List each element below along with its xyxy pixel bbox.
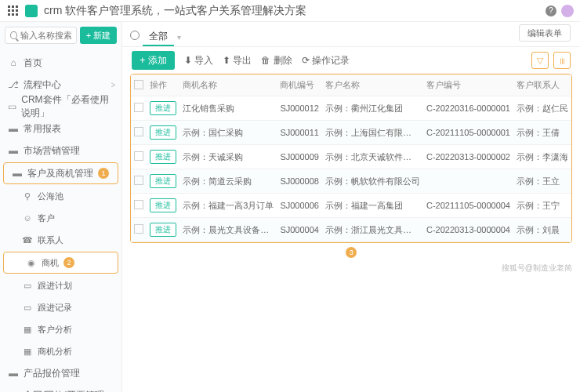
nav-label: 常用报表 xyxy=(24,122,61,136)
checkbox[interactable] xyxy=(134,176,143,185)
checkbox[interactable] xyxy=(134,151,143,161)
cell-ccode: C-20220313-0000002 xyxy=(423,145,513,169)
cell-name: 示例：晨光文具设备… xyxy=(179,218,277,242)
nav-label: 客户分析 xyxy=(38,324,72,336)
column-icon[interactable]: ⫼ xyxy=(553,52,571,69)
cell-ccode: C-20211105-0000004 xyxy=(423,194,513,218)
nav-icon: ▦ xyxy=(22,346,33,357)
nav-item[interactable]: ◉商机2 xyxy=(3,252,118,274)
cell-cust: 示例：帆软软件有限公司 xyxy=(322,169,423,194)
nav-item[interactable]: ▦商机分析 xyxy=(0,340,121,362)
nav-icon: ▬ xyxy=(8,145,19,156)
nav-label: 商机 xyxy=(42,257,59,269)
table-row[interactable]: 推进示例：简道云采购SJ000008示例：帆软软件有限公司示例：王立 xyxy=(131,169,571,194)
cell-contact: 示例：王倩 xyxy=(513,121,571,145)
column-header: 客户联系人 xyxy=(513,74,571,96)
checkbox[interactable] xyxy=(134,127,143,136)
nav-item[interactable]: ▭跟进计划 xyxy=(0,274,121,296)
table-row[interactable]: 推进示例：晨光文具设备…SJ000004示例：浙江晨光文具…C-20220313… xyxy=(131,218,571,242)
add-button[interactable]: + 添加 xyxy=(132,51,174,70)
cell-contact: 示例：赵仁民 xyxy=(513,96,571,121)
cell-name: 示例：福建一高3月订单 xyxy=(179,194,277,218)
nav-icon: ▬ xyxy=(8,368,19,379)
chevron-right-icon: > xyxy=(111,81,115,89)
cell-code: SJ000011 xyxy=(277,121,322,145)
nav-item[interactable]: ⎇流程中心> xyxy=(0,74,121,96)
cell-code: SJ000012 xyxy=(277,96,322,121)
cell-contact: 示例：王立 xyxy=(513,169,571,194)
nav-item[interactable]: ▬常用报表 xyxy=(0,118,121,140)
checkbox[interactable] xyxy=(134,103,143,112)
annotation-badge: 2 xyxy=(63,257,74,268)
nav-icon: ◉ xyxy=(26,257,37,268)
nav-item[interactable]: ▬客户及商机管理1 xyxy=(3,162,118,184)
nav-label: 联系人 xyxy=(38,234,63,246)
globe-icon xyxy=(130,31,140,40)
nav-item[interactable]: ⚲公海池 xyxy=(0,185,121,207)
user-avatar[interactable] xyxy=(561,5,574,17)
nav-icon: ▭ xyxy=(8,101,16,112)
import-button[interactable]: ⬇ 导入 xyxy=(184,54,213,67)
promote-button[interactable]: 推进 xyxy=(150,101,176,115)
apps-grid-icon[interactable] xyxy=(8,5,19,16)
promote-button[interactable]: 推进 xyxy=(150,174,176,188)
promote-button[interactable]: 推进 xyxy=(150,223,176,237)
cell-ccode: C-20220316-0000001 xyxy=(423,96,513,121)
cell-code: SJ000004 xyxy=(277,218,322,242)
promote-button[interactable]: 推进 xyxy=(150,198,176,212)
chevron-down-icon[interactable]: ▾ xyxy=(177,33,181,42)
table-row[interactable]: 推进示例：天诚采购SJ000009示例：北京天诚软件…C-20220313-00… xyxy=(131,145,571,169)
data-table: 操作商机名称商机编号客户名称客户编号客户联系人 推进江化销售采购SJ000012… xyxy=(130,74,572,243)
nav-icon: ⌂ xyxy=(8,57,19,68)
search-input[interactable] xyxy=(20,31,71,40)
table-row[interactable]: 推进江化销售采购SJ000012示例：衢州江化集团C-20220316-0000… xyxy=(131,96,571,121)
main-content: 全部 ▾ 编辑表单 + 添加 ⬇ 导入 ⬆ 导出 🗑 删除 ⟳ 操作记录 ▽ ⫼… xyxy=(122,22,580,392)
table-row[interactable]: 推进示例：国仁采购SJ000011示例：上海国仁有限…C-20211105-00… xyxy=(131,121,571,145)
cell-name: 示例：简道云采购 xyxy=(179,169,277,194)
nav-icon: ⚲ xyxy=(22,191,33,201)
table-row[interactable]: 推进示例：福建一高3月订单SJ000006示例：福建一高集团C-20211105… xyxy=(131,194,571,218)
sidebar-search[interactable] xyxy=(5,27,77,44)
cell-cust: 示例：浙江晨光文具… xyxy=(322,218,423,242)
promote-button[interactable]: 推进 xyxy=(150,125,176,140)
nav-icon: ☎ xyxy=(22,234,33,245)
checkbox[interactable] xyxy=(134,200,143,209)
log-button[interactable]: ⟳ 操作记录 xyxy=(302,54,350,67)
tab-all[interactable]: 全部 xyxy=(143,26,174,46)
cell-code: SJ000008 xyxy=(277,169,322,194)
edit-form-button[interactable]: 编辑表单 xyxy=(519,24,571,42)
help-icon[interactable]: ? xyxy=(546,5,556,16)
cell-name: 示例：国仁采购 xyxy=(179,121,277,145)
page-title: crm 软件客户管理系统，一站式客户关系管理解决方案 xyxy=(44,4,306,18)
nav-label: 市场营销管理 xyxy=(24,144,80,158)
column-header: 操作 xyxy=(147,74,179,96)
cell-contact: 示例：刘晨 xyxy=(513,218,571,242)
nav-icon: ▭ xyxy=(22,302,33,313)
nav-item[interactable]: ⌂首页 xyxy=(0,52,121,74)
new-button[interactable]: + 新建 xyxy=(80,27,117,44)
nav-item[interactable]: ☺客户 xyxy=(0,207,121,229)
column-header: 客户名称 xyxy=(322,74,423,96)
cell-cust: 示例：衢州江化集团 xyxy=(322,96,423,121)
cell-ccode xyxy=(423,169,513,194)
nav-item[interactable]: ☎联系人 xyxy=(0,229,121,251)
nav-item[interactable]: ▭CRM套件「必看使用说明」 xyxy=(0,96,121,118)
nav-label: 商机分析 xyxy=(38,346,72,358)
nav-label: CRM套件「必看使用说明」 xyxy=(21,93,114,120)
checkbox[interactable] xyxy=(134,80,143,89)
nav-item[interactable]: ▦客户分析 xyxy=(0,318,121,340)
promote-button[interactable]: 推进 xyxy=(150,150,176,164)
nav-list: ⌂首页⎇流程中心>▭CRM套件「必看使用说明」▬常用报表▬市场营销管理▬客户及商… xyxy=(0,49,121,392)
nav-item[interactable]: ▭跟进记录 xyxy=(0,296,121,318)
nav-item[interactable]: ▬市场营销管理 xyxy=(0,140,121,162)
nav-item[interactable]: ▬产品报价管理 xyxy=(0,362,121,384)
export-button[interactable]: ⬆ 导出 xyxy=(223,54,252,67)
toolbar: + 添加 ⬇ 导入 ⬆ 导出 🗑 删除 ⟳ 操作记录 ▽ ⫼ xyxy=(122,47,580,74)
nav-item[interactable]: ▬合同/回款/开票管理 xyxy=(0,384,121,392)
delete-button[interactable]: 🗑 删除 xyxy=(261,54,292,67)
filter-icon[interactable]: ▽ xyxy=(531,52,549,69)
cell-name: 江化销售采购 xyxy=(179,96,277,121)
checkbox[interactable] xyxy=(134,224,143,234)
nav-label: 跟进记录 xyxy=(38,302,72,314)
app-header: crm 软件客户管理系统，一站式客户关系管理解决方案 ? xyxy=(0,0,580,22)
